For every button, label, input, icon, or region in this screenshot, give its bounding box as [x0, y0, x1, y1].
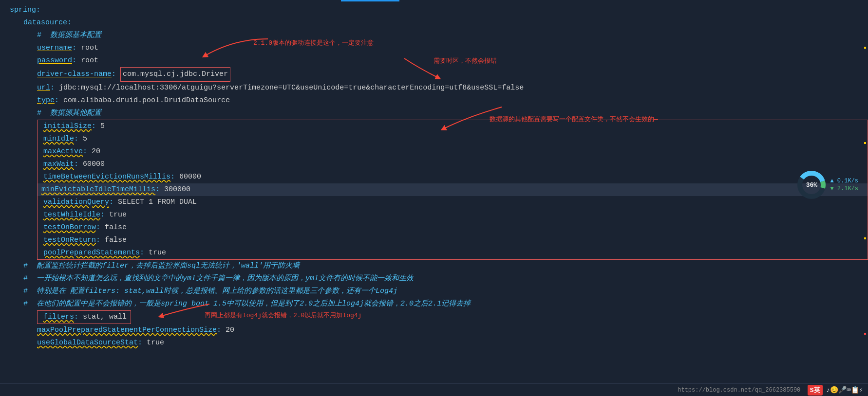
right-marker-3	[864, 237, 866, 239]
upload-arrow-icon: ▲	[830, 178, 833, 184]
minidle-val: 5	[83, 133, 87, 145]
line-11: minIdle : 5	[41, 133, 864, 145]
line-13: maxWait : 60000	[41, 158, 864, 171]
keyboard-icon[interactable]: ⌨	[847, 386, 850, 394]
line-20: poolPreparedStatements : true	[41, 247, 864, 259]
line-14: timeBetweenEvictionRunsMillis : 60000	[41, 171, 864, 183]
validationquery-key: validationQuery	[43, 196, 109, 209]
maxpool-key: maxPoolPreparedStatementPerConnectionSiz…	[37, 324, 217, 337]
filters-box: filters : stat, wall	[37, 310, 131, 324]
upload-speed: ▲ 0.1K/s	[830, 178, 858, 184]
testwhileidle-val: true	[109, 209, 127, 221]
username-val: root	[81, 42, 98, 54]
line-10: initialSize : 5	[41, 120, 864, 133]
datasource-key: datasource:	[23, 17, 72, 29]
line-6: driver-class-name : com.mysql.cj.jdbc.Dr…	[10, 67, 868, 82]
minidle-key: minIdle	[43, 133, 74, 145]
config-box: initialSize : 5 minIdle : 5 maxActive : …	[37, 120, 868, 260]
line-23: # 特别是在 配置filters: stat,wall时候，总是报错。网上给的参…	[10, 285, 868, 298]
line-25: filters : stat, wall	[41, 311, 127, 324]
line-18: testOnBorrow : false	[41, 221, 864, 234]
line-9: # 数据源其他配置	[10, 107, 868, 120]
timebetween-key: timeBetweenEvictionRunsMillis	[43, 171, 170, 183]
colon-8: :	[55, 94, 59, 107]
download-speed: ▼ 2.1K/s	[830, 185, 858, 192]
type-key: type	[37, 94, 55, 107]
download-arrow-icon: ▼	[830, 185, 833, 192]
right-markers	[864, 0, 866, 381]
speed-numbers: ▲ 0.1K/s ▼ 2.1K/s	[830, 178, 858, 192]
initialsize-key: initialSize	[43, 120, 92, 133]
filters-val: stat, wall	[83, 311, 127, 324]
speed-widget: 36% ▲ 0.1K/s ▼ 2.1K/s	[797, 170, 858, 199]
donut-percent: 36%	[806, 181, 817, 189]
line-27: useGlobalDataSourceStat : true	[10, 337, 868, 349]
maxwait-key: maxWait	[43, 158, 74, 171]
power-icon[interactable]: ⚡	[859, 386, 863, 394]
url-key: url	[37, 82, 50, 94]
maxwait-val: 60000	[83, 158, 105, 171]
line-26: maxPoolPreparedStatementPerConnectionSiz…	[10, 324, 868, 337]
mic-icon[interactable]: 🎤	[838, 386, 847, 394]
editor-area: spring: datasource: # 数据源基本配置 username :…	[0, 0, 868, 353]
line-3: # 数据源基本配置	[10, 29, 868, 42]
testonreturn-key: testOnReturn	[43, 234, 96, 247]
driver-class-val: com.mysql.cj.jdbc.Driver	[120, 67, 230, 82]
line-2: datasource:	[10, 17, 868, 29]
line-16: validationQuery : SELECT 1 FROM DUAL	[41, 196, 864, 209]
spring-key: spring:	[10, 4, 40, 17]
donut-chart: 36%	[797, 170, 826, 199]
colon-4: :	[72, 42, 76, 54]
comment-24: 在他们的配置中是不会报错的，一般是spring boot 1.5中可以使用，但是…	[37, 298, 471, 310]
emoji-icon[interactable]: 😊	[830, 386, 838, 394]
minevictable-val: 300000	[164, 183, 190, 196]
poolprepared-key: poolPreparedStatements	[43, 247, 140, 259]
comment-9: 数据源其他配置	[50, 107, 101, 120]
status-bar: https://blog.csdn.net/qq_2662385590 S英 ♪…	[0, 383, 868, 396]
validationquery-val: SELECT 1 FROM DUAL	[118, 196, 197, 209]
minevictable-key: minEvictableIdleTimeMillis	[41, 183, 155, 196]
annotation-4: 再网上都是有log4j就会报错，2.0以后就不用加log4j	[205, 310, 361, 321]
right-marker-2	[864, 142, 866, 144]
poolprepared-val: true	[149, 247, 166, 259]
colon-5: :	[72, 54, 76, 67]
line-1: spring:	[10, 4, 868, 17]
password-val: root	[81, 54, 98, 67]
useglobal-key: useGlobalDataSourceStat	[37, 337, 138, 349]
music-icon[interactable]: ♪	[826, 386, 830, 394]
testwhileidle-key: testWhileIdle	[43, 209, 100, 221]
line-4: username : root	[10, 42, 868, 54]
line-22: # 一开始根本不知道怎么玩，查找到的文章中的yml文件千篇一律，因为版本的原因，…	[10, 272, 868, 285]
clipboard-icon[interactable]: 📋	[851, 386, 859, 394]
top-hint-bar	[341, 0, 399, 1]
line-12: maxActive : 20	[41, 145, 864, 158]
driver-class-key: driver-class-name	[37, 68, 112, 81]
colon-7: :	[50, 82, 55, 94]
maxactive-key: maxActive	[43, 145, 83, 158]
comment-3: 数据源基本配置	[50, 29, 101, 42]
line-24: # 在他们的配置中是不会报错的，一般是spring boot 1.5中可以使用，…	[10, 298, 868, 310]
line-21: # 配置监控统计拦截的filter，去掉后监控界面sql无法统计，'wall'用…	[10, 260, 868, 272]
testonreturn-val: false	[105, 234, 127, 247]
timebetween-val: 60000	[179, 171, 201, 183]
initialsize-val: 5	[100, 120, 105, 133]
line-8: type : com.alibaba.druid.pool.DruidDataS…	[10, 94, 868, 107]
maxactive-val: 20	[92, 145, 100, 158]
sogou-icon[interactable]: S英	[808, 385, 823, 396]
colon-6: :	[112, 68, 116, 81]
maxpool-val: 20	[226, 324, 234, 337]
url-val: jdbc:mysql://localhost:3306/atguigu?serv…	[59, 82, 524, 94]
type-val: com.alibaba.druid.pool.DruidDataSource	[63, 94, 230, 107]
line-5: password : root	[10, 54, 868, 67]
testonborrow-key: testOnBorrow	[43, 221, 96, 234]
comment-23: 特别是在 配置filters: stat,wall时候，总是报错。网上给的参数的…	[37, 285, 397, 298]
username-key: username	[37, 42, 72, 54]
comment-22: 一开始根本不知道怎么玩，查找到的文章中的yml文件千篇一律，因为版本的原因，ym…	[37, 272, 414, 285]
line-17: testWhileIdle : true	[41, 209, 864, 221]
testonborrow-val: false	[105, 221, 127, 234]
comment-21: 配置监控统计拦截的filter，去掉后监控界面sql无法统计，'wall'用于防…	[37, 260, 300, 272]
line-19: testOnReturn : false	[41, 234, 864, 247]
line-15: minEvictableIdleTimeMillis : 300000	[38, 183, 868, 196]
useglobal-val: true	[147, 337, 164, 349]
right-marker-4	[864, 333, 866, 335]
